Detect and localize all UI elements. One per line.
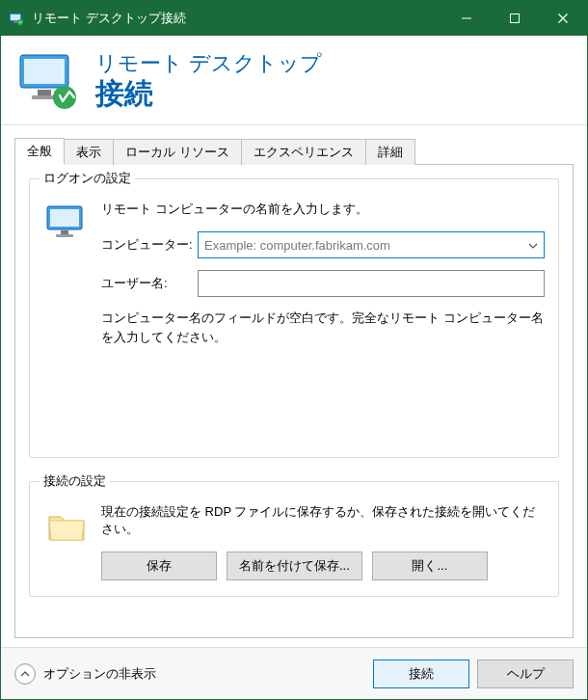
help-button[interactable]: ヘルプ <box>477 660 574 688</box>
username-input[interactable] <box>198 270 545 297</box>
connect-button[interactable]: 接続 <box>373 660 469 688</box>
header-band: リモート デスクトップ 接続 <box>1 36 587 125</box>
header-line2: 接続 <box>95 77 322 111</box>
computer-label: コンピューター: <box>101 236 198 254</box>
group-logon-settings: ログオンの設定 リモート コンピューターの名前を入力します。 コ <box>29 178 559 458</box>
chevron-up-icon <box>14 663 36 685</box>
group-logon-legend: ログオンの設定 <box>40 170 135 187</box>
minimize-button[interactable] <box>442 1 491 36</box>
window-controls <box>442 1 587 36</box>
save-button[interactable]: 保存 <box>101 552 217 580</box>
folder-icon <box>43 503 90 550</box>
header-text: リモート デスクトップ 接続 <box>95 50 322 110</box>
computer-combobox[interactable]: Example: computer.fabrikam.com <box>198 231 545 258</box>
svg-rect-14 <box>50 209 79 227</box>
svg-rect-4 <box>462 18 471 19</box>
footer-bar: オプションの非表示 接続 ヘルプ <box>1 647 587 699</box>
save-as-button[interactable]: 名前を付けて保存... <box>227 552 362 580</box>
app-icon <box>9 11 24 26</box>
group-connection-settings: 接続の設定 現在の接続設定を RDP ファイルに保存するか、保存された接続を開い… <box>29 481 559 597</box>
close-button[interactable] <box>539 1 587 36</box>
header-line1: リモート デスクトップ <box>95 50 322 77</box>
svg-rect-2 <box>13 21 17 23</box>
tab-experience[interactable]: エクスペリエンス <box>241 139 366 165</box>
maximize-button[interactable] <box>491 1 539 36</box>
tab-general[interactable]: 全般 <box>14 138 65 165</box>
svg-rect-16 <box>56 234 73 237</box>
tab-display[interactable]: 表示 <box>64 139 114 165</box>
window-title: リモート デスクトップ接続 <box>32 10 442 27</box>
svg-rect-10 <box>38 90 51 95</box>
logon-hint: コンピューター名のフィールドが空白です。完全なリモート コンピューター名を入力し… <box>101 309 545 347</box>
svg-rect-9 <box>24 59 65 84</box>
rdp-logo-icon <box>14 49 82 111</box>
window-frame: リモート デスクトップ接続 <box>0 0 588 700</box>
computer-placeholder: Example: computer.fabrikam.com <box>204 238 522 253</box>
title-bar: リモート デスクトップ接続 <box>1 1 587 36</box>
username-label: ユーザー名: <box>101 275 198 292</box>
tab-local-resources[interactable]: ローカル リソース <box>113 139 242 165</box>
options-toggle[interactable]: オプションの非表示 <box>14 663 373 685</box>
logon-prompt: リモート コンピューターの名前を入力します。 <box>101 201 545 218</box>
tab-strip: 全般 表示 ローカル リソース エクスペリエンス 詳細 <box>14 137 574 165</box>
open-button[interactable]: 開く... <box>372 552 488 580</box>
tab-advanced[interactable]: 詳細 <box>365 139 415 165</box>
svg-rect-5 <box>511 14 520 23</box>
tab-content-general: ログオンの設定 リモート コンピューターの名前を入力します。 コ <box>14 165 574 638</box>
svg-rect-1 <box>11 14 20 20</box>
chevron-down-icon <box>528 240 538 251</box>
body-area: 全般 表示 ローカル リソース エクスペリエンス 詳細 ログオンの設定 <box>1 125 587 699</box>
svg-rect-15 <box>61 230 68 234</box>
connection-description: 現在の接続設定を RDP ファイルに保存するか、保存された接続を開いてください。 <box>101 503 545 538</box>
options-label: オプションの非表示 <box>43 665 156 683</box>
group-connection-legend: 接続の設定 <box>40 472 110 490</box>
monitor-icon <box>43 201 90 247</box>
